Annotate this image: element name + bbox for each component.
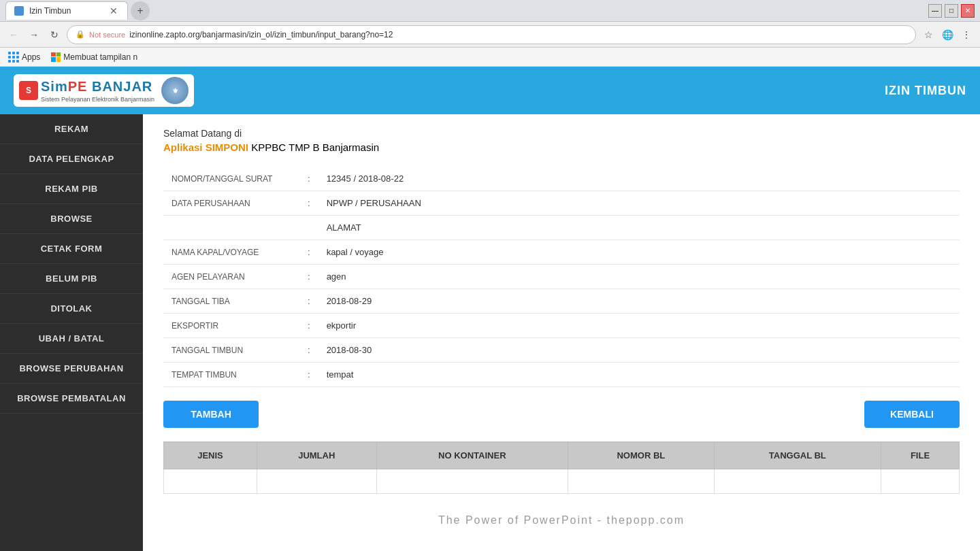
app-title-rest: KPPBC TMP B Banjarmasin [248,141,379,153]
field-value-5: 2018-08-29 [318,289,960,314]
field-value-2: ALAMAT [318,216,960,240]
logo-subtitle: Sistem Pelayanan Elektronik Banjarmasin [41,96,154,103]
minimize-button[interactable]: — [928,4,942,18]
colon-2 [299,216,318,240]
maximize-button[interactable]: □ [945,4,958,18]
browser-titlebar: Izin Timbun ✕ + — □ ✕ [0,0,980,22]
main-content: Selamat Datang di Aplikasi SIMPONI KPPBC… [143,114,980,551]
bookmark-apps[interactable]: Apps [5,50,43,64]
empty-cell-5 [714,469,881,494]
bookmark-star-icon[interactable]: ☆ [920,27,936,43]
logo-banjar: BANJAR [87,79,152,94]
content-area: REKAM DATA PELENGKAP REKAM PIB BROWSE CE… [0,114,980,551]
empty-cell-2 [257,469,376,494]
col-jumlah: JUMLAH [257,442,376,469]
field-value-6: ekportir [318,314,960,338]
sidebar-item-rekam-pib[interactable]: REKAM PIB [0,174,143,204]
info-row-6: EKSPORTIR : ekportir [163,314,960,338]
menu-icon[interactable]: ⋮ [958,27,975,43]
sidebar-item-rekam[interactable]: REKAM [0,114,143,144]
col-tanggal-bl: TANGGAL BL [714,442,881,469]
field-value-4: agen [318,265,960,289]
empty-cell-4 [568,469,715,494]
logo-icon: S [19,81,38,100]
logo-sim: Sim [41,79,68,94]
buttons-row: TAMBAH KEMBALI [163,401,960,428]
logo-box: S SimPE BANJAR Sistem Pelayanan Elektron… [14,74,194,107]
logo-pe: PE [68,79,88,94]
info-row-4: AGEN PELAYARAN : agen [163,265,960,289]
data-table-head: JENIS JUMLAH NO KONTAINER NOMOR BL TANGG… [164,442,960,469]
tab-title: Izin Timbun [29,6,71,16]
security-label: Not secure [89,31,125,39]
field-label-3: NAMA KAPAL/VOYAGE [163,240,299,265]
data-table-body [164,469,960,494]
bookmark-ms[interactable]: Membuat tampilan n [48,51,140,63]
sidebar-item-browse[interactable]: BROWSE [0,204,143,234]
info-row-2: ALAMAT [163,216,960,240]
site-header: S SimPE BANJAR Sistem Pelayanan Elektron… [0,67,980,114]
field-value-0: 12345 / 2018-08-22 [318,167,960,191]
kembali-button[interactable]: KEMBALI [864,401,960,428]
info-row-8: TEMPAT TIMBUN : tempat [163,363,960,387]
field-label-7: TANGGAL TIMBUN [163,338,299,363]
tambah-button[interactable]: TAMBAH [163,401,259,428]
field-label-5: TANGGAL TIBA [163,289,299,314]
data-table-header-row: JENIS JUMLAH NO KONTAINER NOMOR BL TANGG… [164,442,960,469]
tab-bar: Izin Timbun ✕ + [5,1,150,20]
logo-text: SimPE BANJAR Sistem Pelayanan Elektronik… [41,79,154,103]
sidebar-item-cetak-form[interactable]: CETAK FORM [0,234,143,264]
colon-5: : [299,289,318,314]
sidebar-item-ubah-batal[interactable]: UBAH / BATAL [0,324,143,354]
colon-4: : [299,265,318,289]
security-icon: 🔒 [76,30,85,39]
logo-emblem: ⚜ [161,77,189,104]
sidebar-item-browse-pembatalan[interactable]: BROWSE PEMBATALAN [0,384,143,414]
colon-8: : [299,363,318,387]
ms-label: Membuat tampilan n [63,52,137,62]
active-tab[interactable]: Izin Timbun ✕ [5,1,128,20]
sidebar-item-browse-perubahan[interactable]: BROWSE PERUBAHAN [0,354,143,384]
full-page: S SimPE BANJAR Sistem Pelayanan Elektron… [0,67,980,551]
col-no-kontainer: NO KONTAINER [376,442,568,469]
sidebar-item-data-pelengkap[interactable]: DATA PELENGKAP [0,144,143,174]
field-value-8: tempat [318,363,960,387]
nav-bar: ← → ↻ 🔒 Not secure izinonline.zapto.org/… [0,22,980,48]
bookmarks-bar: Apps Membuat tampilan n [0,48,980,67]
colon-1: : [299,191,318,216]
apps-label: Apps [22,52,40,62]
field-value-7: 2018-08-30 [318,338,960,363]
col-file: FILE [881,442,960,469]
info-row-7: TANGGAL TIMBUN : 2018-08-30 [163,338,960,363]
colon-6: : [299,314,318,338]
new-tab-button[interactable]: + [131,1,150,20]
field-label-6: EKSPORTIR [163,314,299,338]
ms-icon [51,52,61,62]
empty-cell-3 [376,469,568,494]
apps-grid-icon [8,52,19,63]
info-row-5: TANGGAL TIBA : 2018-08-29 [163,289,960,314]
sidebar-item-belum-pib[interactable]: BELUM PIB [0,264,143,294]
data-table: JENIS JUMLAH NO KONTAINER NOMOR BL TANGG… [163,441,960,494]
window-controls: — □ ✕ [928,4,975,18]
empty-cell-1 [164,469,257,494]
logo-text-main: SimPE BANJAR [41,79,154,95]
colon-7: : [299,338,318,363]
empty-cell-6 [881,469,960,494]
address-bar[interactable]: 🔒 Not secure izinonline.zapto.org/banjar… [67,25,916,44]
back-button[interactable]: ← [5,27,22,43]
globe-icon[interactable]: 🌐 [939,27,956,43]
tab-close-button[interactable]: ✕ [108,5,119,16]
sidebar-item-ditolak[interactable]: DITOLAK [0,294,143,324]
table-empty-row [164,469,960,494]
watermark: The Power of PowerPoint - thepopp.com [163,507,960,533]
app-title-highlight: Aplikasi SIMPONI [163,141,248,153]
nav-extras: ☆ 🌐 ⋮ [920,27,975,43]
field-label-1: DATA PERUSAHAAN [163,191,299,216]
reload-button[interactable]: ↻ [46,27,63,43]
colon-0: : [299,167,318,191]
header-title: IZIN TIMBUN [885,84,966,98]
col-jenis: JENIS [164,442,257,469]
forward-button[interactable]: → [26,27,42,43]
close-button[interactable]: ✕ [961,4,975,18]
